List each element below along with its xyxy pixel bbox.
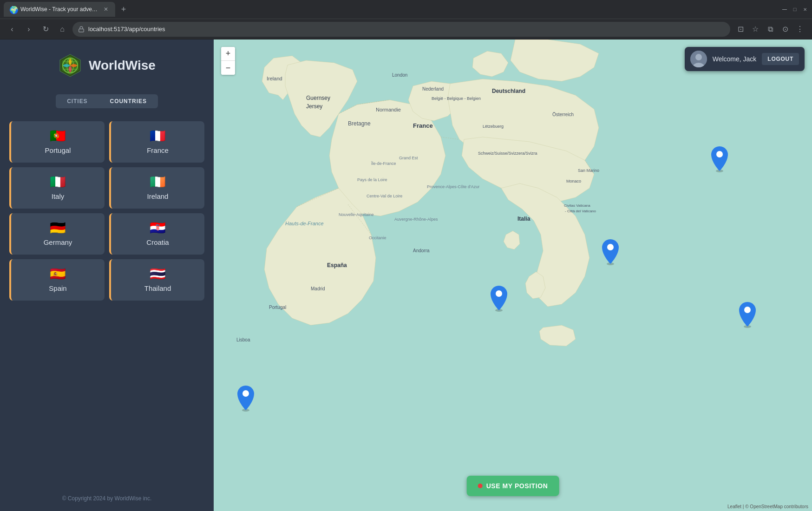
country-card-thailand[interactable]: 🇹🇭 Thailand bbox=[109, 259, 204, 301]
browser-toolbar: ‹ › ↻ ⌂ localhost:5173/app/countries ⊡ ☆… bbox=[0, 19, 812, 39]
logo-icon bbox=[58, 53, 82, 78]
tab-close-button[interactable]: ✕ bbox=[103, 6, 110, 13]
italy-name: Italy bbox=[52, 192, 65, 200]
svg-text:Ireland: Ireland bbox=[267, 76, 282, 81]
svg-point-42 bbox=[716, 151, 723, 157]
svg-text:Centre-Val de Loire: Centre-Val de Loire bbox=[367, 194, 402, 198]
menu-icon[interactable]: ⋮ bbox=[793, 23, 806, 36]
svg-text:Civitas Vaticana: Civitas Vaticana bbox=[564, 203, 590, 208]
country-card-italy[interactable]: 🇮🇹 Italy bbox=[9, 167, 105, 209]
back-button[interactable]: ‹ bbox=[6, 23, 19, 36]
portugal-flag: 🇵🇹 bbox=[50, 130, 66, 143]
new-tab-button[interactable]: + bbox=[117, 3, 130, 16]
minimize-button[interactable]: ─ bbox=[781, 6, 788, 13]
svg-text:Italia: Italia bbox=[517, 216, 530, 222]
country-card-germany[interactable]: 🇩🇪 Germany bbox=[9, 213, 105, 255]
logo-area: WorldWise bbox=[58, 53, 156, 78]
logo-text: WorldWise bbox=[89, 58, 156, 73]
svg-text:London: London bbox=[392, 72, 407, 78]
country-card-portugal[interactable]: 🇵🇹 Portugal bbox=[9, 121, 105, 163]
svg-point-50 bbox=[242, 390, 249, 397]
zoom-in-button[interactable]: + bbox=[221, 47, 235, 61]
bookmark-icon[interactable]: ☆ bbox=[749, 23, 762, 36]
avatar-image bbox=[690, 51, 707, 67]
address-text: localhost:5173/app/countries bbox=[88, 26, 165, 33]
cities-tab[interactable]: CITIES bbox=[56, 94, 98, 108]
close-button[interactable]: ✕ bbox=[802, 6, 808, 13]
copyright: © Copyright 2024 by WorldWise inc. bbox=[62, 495, 152, 502]
svg-text:Schweiz/Suisse/Svizzera/Svizra: Schweiz/Suisse/Svizzera/Svizra bbox=[478, 151, 537, 156]
ireland-flag: 🇮🇪 bbox=[150, 176, 166, 189]
countries-tab[interactable]: COUNTRIES bbox=[99, 94, 158, 108]
position-dot-icon bbox=[478, 484, 483, 488]
svg-text:España: España bbox=[327, 262, 347, 269]
browser-titlebar: 🌍 WorldWise - Track your advent... ✕ + ─… bbox=[0, 0, 812, 19]
forward-button[interactable]: › bbox=[22, 23, 35, 36]
use-position-label: USE MY POSITION bbox=[486, 482, 548, 490]
tabs-nav: CITIES COUNTRIES bbox=[56, 94, 158, 108]
svg-text:Île-de-France: Île-de-France bbox=[371, 161, 396, 166]
svg-text:Lisboa: Lisboa bbox=[236, 337, 250, 342]
spain-flag: 🇪🇸 bbox=[50, 268, 66, 281]
svg-text:Normandie: Normandie bbox=[376, 107, 401, 112]
croatia-flag: 🇭🇷 bbox=[150, 222, 166, 235]
app-container: WorldWise CITIES COUNTRIES 🇵🇹 Portugal 🇫… bbox=[0, 39, 812, 511]
thailand-name: Thailand bbox=[144, 284, 171, 292]
svg-text:Bretagne: Bretagne bbox=[348, 120, 371, 127]
tab-title: WorldWise - Track your advent... bbox=[20, 6, 99, 13]
address-bar[interactable]: localhost:5173/app/countries bbox=[72, 22, 730, 37]
map-attribution: Leaflet | © OpenStreetMap contributors bbox=[727, 504, 808, 509]
ireland-name: Ireland bbox=[147, 192, 169, 200]
svg-text:Österreich: Österreich bbox=[552, 112, 574, 117]
svg-text:België - Belgique - Belgien: België - Belgique - Belgien bbox=[432, 96, 481, 101]
svg-point-46 bbox=[496, 290, 502, 297]
thailand-flag: 🇹🇭 bbox=[150, 268, 166, 281]
svg-text:Grand Est: Grand Est bbox=[399, 156, 418, 160]
svg-text:Occitanie: Occitanie bbox=[369, 236, 386, 240]
tab-favicon: 🌍 bbox=[9, 6, 17, 13]
maximize-button[interactable]: □ bbox=[792, 6, 798, 13]
map-zoom-controls: + − bbox=[221, 47, 235, 75]
map-area: Ireland Guernsey Jersey Bretagne Normand… bbox=[214, 39, 812, 511]
svg-text:Madrid: Madrid bbox=[311, 286, 325, 291]
map-svg: Ireland Guernsey Jersey Bretagne Normand… bbox=[214, 39, 812, 511]
home-button[interactable]: ⌂ bbox=[56, 23, 69, 36]
portugal-name: Portugal bbox=[45, 146, 71, 154]
country-card-france[interactable]: 🇫🇷 France bbox=[109, 121, 204, 163]
country-card-spain[interactable]: 🇪🇸 Spain bbox=[9, 259, 105, 301]
user-welcome-text: Welcome, Jack bbox=[713, 55, 757, 63]
browser-tab[interactable]: 🌍 WorldWise - Track your advent... ✕ bbox=[4, 2, 115, 17]
svg-text:Andorra: Andorra bbox=[413, 248, 430, 253]
svg-text:Provence-Alpes-Côte d'Azur: Provence-Alpes-Côte d'Azur bbox=[427, 184, 479, 189]
country-card-ireland[interactable]: 🇮🇪 Ireland bbox=[109, 167, 204, 209]
svg-text:Nouvelle-Aquitaine: Nouvelle-Aquitaine bbox=[339, 212, 374, 217]
italy-flag: 🇮🇹 bbox=[50, 176, 66, 189]
svg-text:- Città del Vaticano: - Città del Vaticano bbox=[565, 209, 596, 213]
germany-name: Germany bbox=[44, 238, 72, 246]
svg-point-44 bbox=[607, 244, 614, 250]
zoom-out-button[interactable]: − bbox=[221, 61, 235, 75]
spain-name: Spain bbox=[49, 284, 66, 292]
svg-text:San Marino: San Marino bbox=[578, 168, 599, 173]
map-background[interactable]: Ireland Guernsey Jersey Bretagne Normand… bbox=[214, 39, 812, 511]
svg-text:Jersey: Jersey bbox=[306, 103, 322, 110]
croatia-name: Croatia bbox=[146, 238, 169, 246]
user-panel: Welcome, Jack LOGOUT bbox=[685, 47, 805, 71]
svg-text:Portugal: Portugal bbox=[269, 305, 286, 310]
svg-point-52 bbox=[695, 54, 702, 60]
svg-point-48 bbox=[744, 307, 751, 313]
profile-icon[interactable]: ⊙ bbox=[779, 23, 792, 36]
reload-button[interactable]: ↻ bbox=[39, 23, 52, 36]
use-position-button[interactable]: USE MY POSITION bbox=[467, 476, 559, 496]
france-flag: 🇫🇷 bbox=[150, 130, 166, 143]
extensions-icon[interactable]: ⧉ bbox=[764, 23, 777, 36]
svg-text:Pays de la Loire: Pays de la Loire bbox=[357, 177, 387, 182]
svg-text:Monaco: Monaco bbox=[566, 179, 581, 183]
cast-icon[interactable]: ⊡ bbox=[734, 23, 747, 36]
france-name: France bbox=[147, 146, 169, 154]
countries-grid: 🇵🇹 Portugal 🇫🇷 France 🇮🇹 Italy 🇮🇪 Irelan… bbox=[9, 121, 204, 301]
logout-button[interactable]: LOGOUT bbox=[762, 53, 799, 65]
svg-text:France: France bbox=[413, 122, 433, 129]
window-controls: ─ □ ✕ bbox=[781, 6, 808, 13]
country-card-croatia[interactable]: 🇭🇷 Croatia bbox=[109, 213, 204, 255]
